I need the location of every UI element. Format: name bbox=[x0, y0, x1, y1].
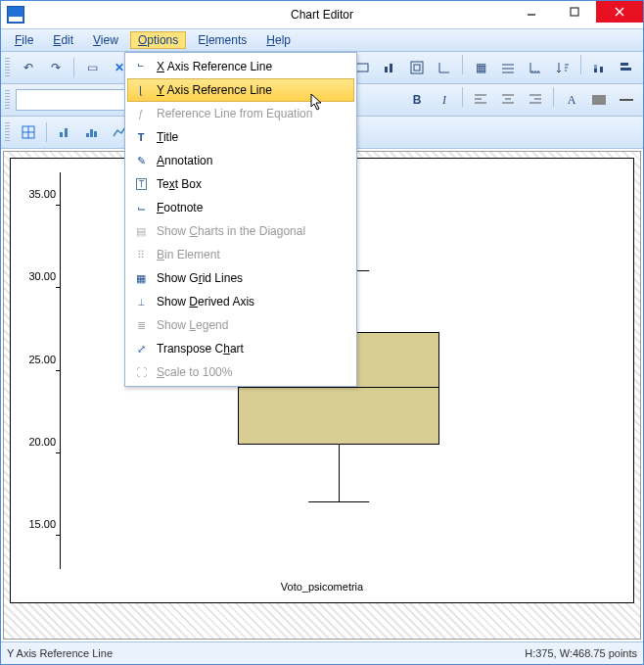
derived-axis-icon bbox=[133, 294, 149, 309]
separator bbox=[580, 55, 581, 74]
align-left-icon bbox=[474, 93, 487, 107]
svg-rect-8 bbox=[414, 65, 420, 71]
separator bbox=[73, 58, 74, 77]
status-bar: Y Axis Reference Line H:375, W:468.75 po… bbox=[1, 641, 643, 664]
y-tick-label: 35.00 bbox=[17, 188, 56, 200]
eq-ref-icon: ƒ bbox=[133, 106, 149, 121]
menu-file[interactable]: File bbox=[7, 31, 41, 49]
bin-icon bbox=[133, 247, 149, 262]
menu-show-derived-axis[interactable]: Show Derived Axis bbox=[127, 290, 354, 313]
svg-rect-10 bbox=[594, 65, 597, 69]
maximize-button[interactable] bbox=[553, 1, 596, 23]
align-center-icon bbox=[501, 93, 515, 107]
separator bbox=[462, 87, 463, 107]
svg-rect-18 bbox=[60, 132, 63, 137]
chart-tools-3-button[interactable] bbox=[404, 55, 430, 80]
legend-icon bbox=[133, 317, 149, 333]
chart-tools-10-button[interactable] bbox=[614, 55, 639, 80]
diagonal-icon bbox=[133, 223, 149, 239]
menu-x-axis-ref-line[interactable]: X Axis Reference Line bbox=[127, 55, 354, 78]
y-axis-line bbox=[60, 172, 61, 569]
y-tick-label: 25.00 bbox=[17, 354, 56, 365]
italic-button[interactable]: I bbox=[432, 87, 457, 113]
maximize-icon bbox=[570, 7, 579, 17]
transpose-icon bbox=[133, 341, 149, 356]
menu-footnote[interactable]: Footnote bbox=[127, 196, 354, 219]
align-center-button[interactable] bbox=[495, 87, 521, 113]
align-right-button[interactable] bbox=[523, 87, 548, 113]
grid-button[interactable] bbox=[468, 55, 493, 80]
menu-title[interactable]: Title bbox=[127, 125, 354, 149]
svg-rect-4 bbox=[356, 64, 368, 71]
minimize-icon bbox=[527, 7, 536, 17]
svg-rect-7 bbox=[411, 62, 423, 73]
chart-tools-9-button[interactable] bbox=[586, 55, 612, 80]
menu-y-axis-ref-line[interactable]: Y Axis Reference Line bbox=[127, 78, 354, 102]
stack-icon bbox=[591, 60, 607, 75]
redo-button[interactable] bbox=[43, 55, 69, 80]
y-ref-line-icon bbox=[133, 82, 149, 98]
separator bbox=[462, 55, 463, 74]
axes-icon bbox=[437, 60, 452, 75]
chart-tools-2-button[interactable] bbox=[377, 55, 402, 80]
menu-transpose-chart[interactable]: Transpose Chart bbox=[127, 337, 354, 360]
histogram-button[interactable] bbox=[79, 119, 105, 145]
font-name-input[interactable] bbox=[16, 89, 135, 111]
title-icon bbox=[133, 129, 149, 145]
chart-tools-7-button[interactable] bbox=[523, 55, 548, 80]
menu-charts-in-diagonal: Show Charts in the Diagonal bbox=[127, 219, 354, 243]
align-left-button[interactable] bbox=[468, 87, 493, 113]
close-button[interactable] bbox=[596, 1, 643, 23]
svg-rect-13 bbox=[621, 68, 631, 71]
whisker-cap-lower bbox=[308, 501, 369, 502]
y-tick-mark bbox=[56, 370, 60, 371]
hist-icon bbox=[84, 124, 100, 140]
bold-button[interactable]: B bbox=[404, 87, 430, 113]
properties-button[interactable] bbox=[79, 55, 105, 80]
data-region-button[interactable] bbox=[16, 119, 41, 145]
menu-text-box[interactable]: 🅃 Text Box bbox=[127, 172, 354, 196]
whisker-lower bbox=[339, 445, 340, 502]
menu-edit[interactable]: Edit bbox=[45, 31, 81, 49]
scale-icon bbox=[133, 364, 149, 380]
chart-tools-8-button[interactable] bbox=[550, 55, 575, 80]
menu-elements[interactable]: Elements bbox=[190, 31, 254, 49]
line-icon bbox=[619, 95, 634, 105]
line-style-button[interactable] bbox=[614, 87, 639, 113]
chart-editor-window: Chart Editor File Edit View Options Elem… bbox=[0, 0, 644, 665]
minimize-button[interactable] bbox=[510, 1, 553, 23]
y-tick-mark bbox=[56, 287, 60, 288]
menu-annotation[interactable]: Annotation bbox=[127, 149, 354, 172]
y-tick-label: 30.00 bbox=[17, 270, 56, 282]
chart-tools-4-button[interactable] bbox=[432, 55, 457, 80]
chart-tools-6-button[interactable] bbox=[495, 55, 521, 80]
options-dropdown: X Axis Reference Line Y Axis Reference L… bbox=[124, 52, 357, 387]
svg-rect-19 bbox=[65, 128, 68, 137]
x-axis-label: Voto_psicometria bbox=[11, 581, 633, 593]
undo-button[interactable] bbox=[16, 55, 41, 80]
y-tick-label: 15.00 bbox=[17, 518, 56, 530]
frame-icon bbox=[409, 60, 425, 75]
bar-chart-button[interactable] bbox=[52, 119, 77, 145]
crosshair-icon bbox=[21, 124, 36, 140]
menu-view[interactable]: View bbox=[85, 31, 126, 49]
toolbar-grip-icon bbox=[5, 58, 10, 77]
fill-color-button[interactable] bbox=[586, 87, 612, 113]
textbox-icon: 🅃 bbox=[133, 176, 149, 192]
separator bbox=[553, 87, 554, 107]
menu-bar: File Edit View Options Elements Help bbox=[1, 28, 643, 52]
toolbar-grip-icon bbox=[5, 122, 10, 142]
y-tick-mark bbox=[56, 535, 60, 536]
svg-rect-21 bbox=[90, 129, 93, 137]
grid2-icon bbox=[500, 60, 516, 75]
align-right-icon bbox=[529, 93, 542, 107]
y-tick-mark bbox=[56, 205, 60, 206]
menu-show-legend: Show Legend bbox=[127, 313, 354, 337]
menu-help[interactable]: Help bbox=[258, 31, 299, 49]
svg-rect-5 bbox=[385, 67, 388, 72]
menu-show-grid-lines[interactable]: Show Grid Lines bbox=[127, 266, 354, 290]
menu-options[interactable]: Options bbox=[130, 31, 186, 49]
ruler-icon bbox=[528, 60, 543, 75]
font-color-button[interactable]: A bbox=[559, 87, 584, 113]
svg-rect-20 bbox=[86, 133, 89, 137]
